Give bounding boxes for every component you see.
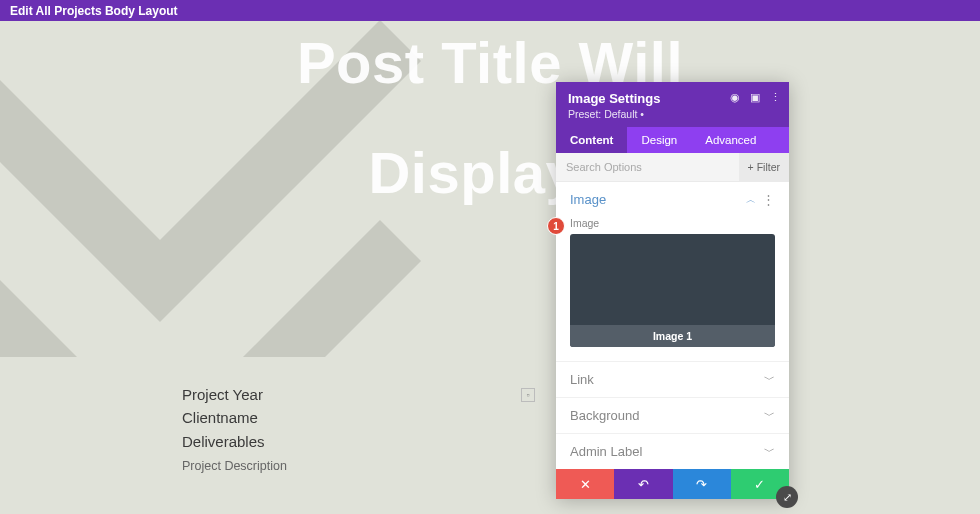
section-image: Image ︿ ⋮ Image Image 1 — [556, 182, 789, 362]
section-image-title: Image — [570, 192, 606, 207]
chevron-up-icon: ︿ — [746, 193, 756, 207]
redo-button[interactable]: ↷ — [673, 469, 731, 499]
section-admin-label-header[interactable]: Admin Label ﹀ — [556, 434, 789, 469]
cancel-button[interactable]: ✕ — [556, 469, 614, 499]
project-content: Project Year Clientname Deliverables Pro… — [0, 357, 980, 473]
resize-handle[interactable]: ⤢ — [776, 486, 798, 508]
hero-title-line1: Post Title Will — [0, 31, 980, 95]
section-admin-label-title: Admin Label — [570, 444, 642, 459]
panel-body: Image ︿ ⋮ Image Image 1 Link ﹀ Backgro — [556, 182, 789, 469]
section-background-header[interactable]: Background ﹀ — [556, 398, 789, 433]
section-link-title: Link — [570, 372, 594, 387]
undo-icon: ↶ — [638, 477, 649, 492]
hero-title-line2: Display l — [0, 141, 980, 205]
filter-label: Filter — [757, 161, 780, 173]
panel-preset[interactable]: Preset: Default • — [568, 108, 777, 120]
filter-button[interactable]: + Filter — [739, 153, 789, 181]
image-caption: Image 1 — [570, 325, 775, 347]
tab-advanced[interactable]: Advanced — [691, 127, 770, 153]
broken-image-icon: ▫ — [521, 388, 535, 402]
tab-content[interactable]: Content — [556, 127, 627, 153]
redo-icon: ↷ — [696, 477, 707, 492]
responsive-icon[interactable]: ▣ — [750, 91, 760, 104]
tab-design[interactable]: Design — [627, 127, 691, 153]
section-link: Link ﹀ — [556, 362, 789, 398]
panel-tabs: Content Design Advanced — [556, 127, 789, 153]
chevron-down-icon: ﹀ — [764, 408, 775, 423]
section-background: Background ﹀ — [556, 398, 789, 434]
chevron-down-icon: ﹀ — [764, 372, 775, 387]
panel-search-row: + Filter — [556, 153, 789, 182]
image-field-block: Image Image 1 — [556, 217, 789, 361]
check-icon: ✓ — [754, 477, 765, 492]
settings-panel: Image Settings Preset: Default • ◉ ▣ ⋮ C… — [556, 82, 789, 499]
section-admin-label: Admin Label ﹀ — [556, 434, 789, 469]
hero-area: Post Title Will Display l — [0, 21, 980, 357]
image-field-label: Image — [570, 217, 775, 229]
expand-icon: ⤢ — [783, 491, 792, 504]
panel-header[interactable]: Image Settings Preset: Default • ◉ ▣ ⋮ — [556, 82, 789, 127]
hover-icon[interactable]: ◉ — [730, 91, 740, 104]
undo-button[interactable]: ↶ — [614, 469, 672, 499]
plus-icon: + — [748, 161, 754, 173]
top-bar: Edit All Projects Body Layout — [0, 0, 980, 21]
section-more-icon[interactable]: ⋮ — [762, 192, 775, 207]
section-image-header[interactable]: Image ︿ ⋮ — [556, 182, 789, 217]
annotation-badge-1: 1 — [547, 217, 565, 235]
chevron-down-icon: ﹀ — [764, 444, 775, 459]
panel-footer: ✕ ↶ ↷ ✓ — [556, 469, 789, 499]
close-icon: ✕ — [580, 477, 591, 492]
section-link-header[interactable]: Link ﹀ — [556, 362, 789, 397]
search-input[interactable] — [556, 153, 739, 181]
top-bar-title: Edit All Projects Body Layout — [10, 4, 178, 18]
more-menu-icon[interactable]: ⋮ — [770, 91, 781, 104]
image-upload-well[interactable]: Image 1 — [570, 234, 775, 347]
section-background-title: Background — [570, 408, 639, 423]
